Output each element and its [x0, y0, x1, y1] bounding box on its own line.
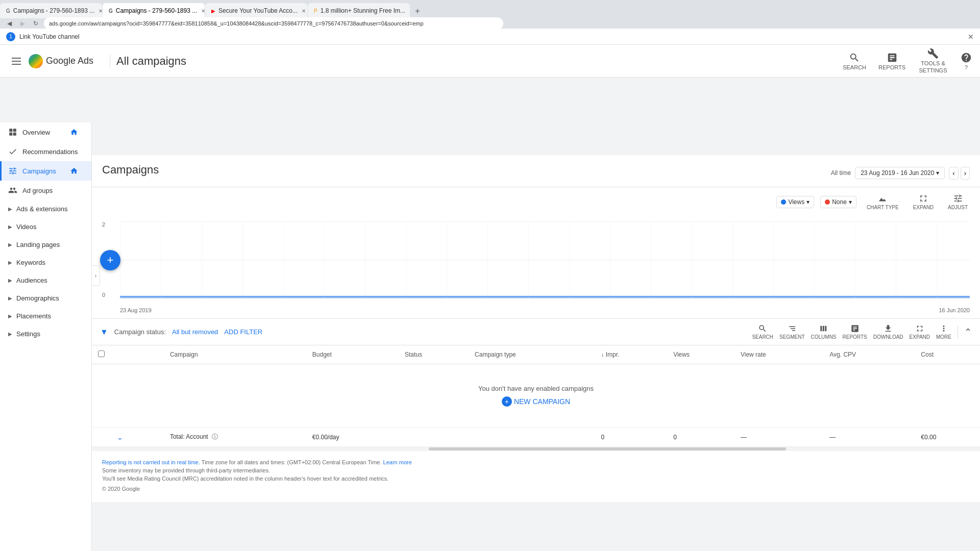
filter-reports-button[interactable]: REPORTS: [843, 324, 867, 340]
select-all-checkbox[interactable]: [98, 350, 105, 357]
sidebar-item-overview[interactable]: Overview: [0, 122, 91, 142]
total-expand-button[interactable]: ⌄: [117, 433, 123, 441]
th-status[interactable]: Status: [399, 345, 469, 364]
new-campaign-button[interactable]: + NEW CAMPAIGN: [113, 396, 959, 407]
reports-nav-button[interactable]: REPORTS: [878, 52, 905, 70]
add-filter-button[interactable]: ADD FILTER: [224, 328, 262, 336]
total-label-cell: Total: Account ⓘ: [164, 428, 306, 447]
filter-search-button[interactable]: SEARCH: [752, 324, 773, 340]
help-nav-label: ?: [965, 64, 968, 70]
sidebar-item-recommendations[interactable]: Recommendations: [0, 142, 91, 161]
collapse-filter-button[interactable]: ⌃: [964, 327, 972, 338]
th-avg-cpv[interactable]: Avg. CPV: [823, 345, 915, 364]
tools-nav-button[interactable]: TOOLS & SETTINGS: [918, 48, 948, 73]
reports-nav-label: REPORTS: [878, 64, 905, 70]
views-dropdown-icon: ▾: [806, 198, 810, 206]
date-next-button[interactable]: ›: [961, 167, 970, 180]
date-prev-button[interactable]: ‹: [949, 167, 958, 180]
filter-expand-button[interactable]: EXPAND: [910, 324, 930, 340]
realtime-note-link[interactable]: Reporting is not carried out in real tim…: [102, 459, 200, 465]
none-control[interactable]: None ▾: [820, 196, 856, 208]
empty-state-row: You don't have any enabled campaigns + N…: [92, 364, 980, 428]
filter-status-value[interactable]: All but removed: [172, 328, 218, 336]
tab-4-close[interactable]: ✕: [409, 8, 410, 14]
back-button[interactable]: ◀: [4, 18, 14, 29]
expand-chart-button[interactable]: EXPAND: [909, 191, 938, 212]
total-type-cell: [469, 428, 595, 447]
scrollbar-thumb[interactable]: [429, 447, 786, 450]
sidebar-item-landing-pages[interactable]: ▶ Landing pages: [0, 236, 91, 254]
notification-bar: 1 Link YouTube channel ✕: [0, 29, 980, 45]
total-cost-cell: €0.00: [915, 428, 980, 447]
th-budget[interactable]: Budget: [306, 345, 399, 364]
footer-notes: Reporting is not carried out in real tim…: [92, 451, 980, 502]
hamburger-menu[interactable]: [8, 53, 24, 69]
new-campaign-plus-icon: +: [502, 396, 512, 407]
logo-text: Google Ads: [46, 56, 93, 66]
filter-columns-button[interactable]: COLUMNS: [811, 324, 837, 340]
columns-icon: [819, 324, 828, 333]
learn-more-link[interactable]: Learn more: [383, 459, 412, 465]
date-dropdown-icon: ▾: [936, 169, 939, 177]
settings-arrow: ▶: [8, 331, 12, 337]
sidebar-item-demographics[interactable]: ▶ Demographics: [0, 289, 91, 307]
reload-button[interactable]: ↻: [31, 18, 41, 29]
filter-segment-button[interactable]: SEGMENT: [779, 324, 804, 340]
sidebar-item-label-settings: Settings: [16, 330, 40, 338]
expand-chart-label: EXPAND: [913, 205, 934, 210]
table-body: You don't have any enabled campaigns + N…: [92, 364, 980, 447]
sidebar-expand-tab[interactable]: ›: [92, 265, 100, 286]
sidebar-item-placements[interactable]: ▶ Placements: [0, 307, 91, 325]
adjust-chart-button[interactable]: ADJUST: [944, 191, 972, 212]
sidebar-item-audiences[interactable]: ▶ Audiences: [0, 271, 91, 289]
page-title: Campaigns: [102, 163, 159, 177]
th-impr[interactable]: ↓ Impr.: [595, 345, 667, 364]
views-control[interactable]: Views ▾: [776, 196, 814, 208]
horizontal-scrollbar[interactable]: [92, 447, 980, 451]
th-cost[interactable]: Cost: [915, 345, 980, 364]
sidebar-item-campaigns[interactable]: Campaigns: [0, 161, 91, 181]
tab-1-label: Campaigns - 279-560-1893 ...: [13, 7, 94, 14]
date-nav: ‹ ›: [949, 167, 970, 180]
url-bar[interactable]: ads.google.com/aw/campaigns?ocid=3598477…: [44, 17, 503, 30]
tab-2-close[interactable]: ✕: [201, 8, 205, 14]
logo-circle: [29, 54, 43, 68]
sidebar-item-ad-groups[interactable]: Ad groups: [0, 181, 91, 200]
tab-1[interactable]: G Campaigns - 279-560-1893 ... ✕: [0, 3, 102, 18]
new-tab-button[interactable]: +: [410, 4, 425, 18]
tab-2-favicon: G: [109, 7, 113, 14]
add-button[interactable]: +: [100, 250, 120, 270]
forward-button[interactable]: ▶: [17, 18, 28, 29]
tab-2[interactable]: G Campaigns - 279-560-1893 ... ✕: [103, 3, 205, 18]
sidebar-item-label-ads-extensions: Ads & extensions: [16, 205, 67, 213]
date-range-picker[interactable]: 23 Aug 2019 - 16 Jun 2020 ▾: [855, 167, 945, 179]
sidebar-item-ads-extensions[interactable]: ▶ Ads & extensions: [0, 200, 91, 218]
tab-2-label: Campaigns - 279-560-1893 ...: [116, 7, 197, 14]
filter-more-button[interactable]: MORE: [936, 324, 951, 340]
th-views[interactable]: Views: [667, 345, 734, 364]
sidebar-item-settings[interactable]: ▶ Settings: [0, 325, 91, 343]
views-label: Views: [788, 198, 804, 206]
th-view-rate[interactable]: View rate: [734, 345, 823, 364]
filter-download-button[interactable]: DOWNLOAD: [873, 324, 903, 340]
chart-toolbar: Views ▾ None ▾ CHART TYPE EXPAND: [92, 187, 980, 216]
filter-columns-label: COLUMNS: [811, 334, 837, 340]
th-checkbox[interactable]: [92, 345, 111, 364]
th-campaign[interactable]: Campaign: [164, 345, 306, 364]
total-info-icon[interactable]: ⓘ: [212, 433, 218, 440]
tab-1-close[interactable]: ✕: [99, 8, 102, 14]
sidebar-item-videos[interactable]: ▶ Videos: [0, 218, 91, 236]
help-nav-button[interactable]: ?: [961, 52, 972, 70]
notification-close[interactable]: ✕: [968, 33, 974, 41]
chart-type-button[interactable]: CHART TYPE: [863, 191, 903, 212]
tab-3-close[interactable]: ✕: [302, 8, 306, 14]
sidebar-item-label-placements: Placements: [16, 312, 51, 320]
tab-4[interactable]: P 1.8 million+ Stunning Free Im... ✕: [308, 3, 410, 18]
grid-line-bottom: [120, 298, 970, 298]
th-campaign-type[interactable]: Campaign type: [469, 345, 595, 364]
sidebar-item-keywords[interactable]: ▶ Keywords: [0, 254, 91, 271]
reports-icon: [887, 52, 898, 63]
search-nav-button[interactable]: SEARCH: [843, 52, 866, 70]
tab-3[interactable]: ▶ Secure Your YouTube Acco... ✕: [205, 3, 307, 18]
chart-area: 2 1 0: [92, 216, 980, 318]
